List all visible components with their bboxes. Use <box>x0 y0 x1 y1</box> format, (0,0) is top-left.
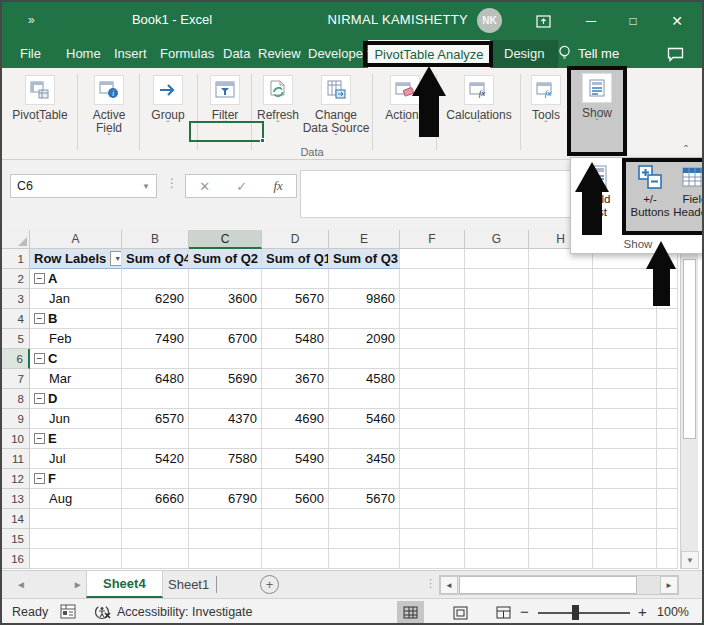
cell-F1[interactable] <box>400 249 465 269</box>
tools-button[interactable]: fx Tools ˇ <box>523 72 569 154</box>
vertical-scrollbar-thumb[interactable] <box>683 259 696 439</box>
cell-D11[interactable]: 5490 <box>262 449 329 469</box>
pivottable-button[interactable]: PivotTable ˇ <box>8 72 72 154</box>
cell-G15[interactable] <box>465 529 529 549</box>
cell-F15[interactable] <box>400 529 465 549</box>
cell-D5[interactable]: 5480 <box>262 329 329 349</box>
cell-E3[interactable]: 9860 <box>329 289 400 309</box>
collapse-minus-icon[interactable]: − <box>34 473 45 484</box>
cell-E4[interactable] <box>329 309 400 329</box>
row-header-13[interactable]: 13 <box>2 489 30 509</box>
cell-E7[interactable]: 4580 <box>329 369 400 389</box>
cell-A12[interactable]: −F <box>30 469 122 489</box>
cell-F3[interactable] <box>400 289 465 309</box>
cell-A8[interactable]: −D <box>30 389 122 409</box>
zoom-in-icon[interactable]: + <box>638 603 647 620</box>
cell-D3[interactable]: 5670 <box>262 289 329 309</box>
collapse-minus-icon[interactable]: − <box>34 313 45 324</box>
cell-A7[interactable]: Mar <box>30 369 122 389</box>
actions-button[interactable]: Actions ˇ <box>378 72 432 154</box>
cell-x8[interactable] <box>593 389 657 409</box>
cell-B4[interactable] <box>122 309 189 329</box>
cell-F14[interactable] <box>400 509 465 529</box>
close-button[interactable]: ✕ <box>666 10 688 32</box>
macro-record-icon[interactable] <box>60 604 76 619</box>
cell-x14[interactable] <box>657 509 678 529</box>
row-header-15[interactable]: 15 <box>2 529 30 549</box>
cell-x9[interactable] <box>657 409 678 429</box>
cell-B7[interactable]: 6480 <box>122 369 189 389</box>
field-headers-button[interactable]: Field Headers <box>673 162 704 219</box>
cell-E13[interactable]: 5670 <box>329 489 400 509</box>
cell-F2[interactable] <box>400 269 465 289</box>
tab-pivottable-analyze[interactable]: PivotTable Analyze <box>368 40 490 68</box>
cell-E5[interactable]: 2090 <box>329 329 400 349</box>
cell-C16[interactable] <box>189 549 262 569</box>
cell-F9[interactable] <box>400 409 465 429</box>
cell-x3[interactable] <box>593 289 657 309</box>
cancel-icon[interactable]: ✕ <box>199 179 210 194</box>
cell-C11[interactable]: 7580 <box>189 449 262 469</box>
normal-view-button[interactable] <box>397 601 424 624</box>
row-header-5[interactable]: 5 <box>2 329 30 349</box>
name-box-dropdown-icon[interactable]: ▼ <box>142 182 150 191</box>
cell-x8[interactable] <box>657 389 678 409</box>
cell-x10[interactable] <box>593 429 657 449</box>
cell-E11[interactable]: 3450 <box>329 449 400 469</box>
cell-G10[interactable] <box>465 429 529 449</box>
collapse-minus-icon[interactable]: − <box>34 353 45 364</box>
cell-C8[interactable] <box>189 389 262 409</box>
name-box[interactable]: C6 ▼ <box>10 174 157 198</box>
cell-D6[interactable] <box>262 349 329 369</box>
cell-H15[interactable] <box>529 529 593 549</box>
enter-icon[interactable]: ✓ <box>236 179 247 194</box>
cell-x9[interactable] <box>593 409 657 429</box>
row-header-10[interactable]: 10 <box>2 429 30 449</box>
cell-H2[interactable] <box>529 269 593 289</box>
avatar[interactable]: NK <box>477 8 502 33</box>
cell-E16[interactable] <box>329 549 400 569</box>
cell-F13[interactable] <box>400 489 465 509</box>
cell-A1[interactable]: Row Labels▼ <box>30 249 122 269</box>
cell-x11[interactable] <box>593 449 657 469</box>
cell-x12[interactable] <box>657 469 678 489</box>
cell-B6[interactable] <box>122 349 189 369</box>
select-all-corner[interactable] <box>2 230 30 249</box>
cell-A4[interactable]: −B <box>30 309 122 329</box>
cell-A6[interactable]: −C <box>30 349 122 369</box>
comments-icon[interactable] <box>667 47 684 62</box>
cell-x3[interactable] <box>657 289 678 309</box>
cell-F7[interactable] <box>400 369 465 389</box>
cell-H13[interactable] <box>529 489 593 509</box>
tab-data[interactable]: Data <box>223 46 250 61</box>
zoom-slider-track[interactable] <box>538 612 630 614</box>
cell-x7[interactable] <box>657 369 678 389</box>
maximize-button[interactable]: □ <box>622 10 644 32</box>
show-button[interactable]: Show ˇ <box>570 70 624 156</box>
cell-H3[interactable] <box>529 289 593 309</box>
cell-A11[interactable]: Jul <box>30 449 122 469</box>
cell-B13[interactable]: 6660 <box>122 489 189 509</box>
cell-A16[interactable] <box>30 549 122 569</box>
tab-design[interactable]: Design <box>504 46 544 61</box>
sheet-tab-sheet1[interactable]: Sheet1 <box>152 571 225 598</box>
cell-G12[interactable] <box>465 469 529 489</box>
collapse-ribbon-icon[interactable]: ˆ <box>684 144 688 158</box>
change-data-source-button[interactable]: Change Data Source ˇ <box>302 72 370 154</box>
insert-function-icon[interactable]: fx <box>273 178 282 194</box>
cell-E10[interactable] <box>329 429 400 449</box>
tab-developer[interactable]: Developer <box>308 46 367 61</box>
row-header-2[interactable]: 2 <box>2 269 30 289</box>
column-header-C[interactable]: C <box>189 230 262 249</box>
cell-D10[interactable] <box>262 429 329 449</box>
cell-B16[interactable] <box>122 549 189 569</box>
cell-D7[interactable]: 3670 <box>262 369 329 389</box>
filter-button[interactable]: Filter ˇ <box>201 72 249 154</box>
cell-x16[interactable] <box>593 549 657 569</box>
cell-C3[interactable]: 3600 <box>189 289 262 309</box>
cell-F5[interactable] <box>400 329 465 349</box>
cell-F12[interactable] <box>400 469 465 489</box>
row-labels-filter-icon[interactable]: ▼ <box>110 251 122 266</box>
cell-H14[interactable] <box>529 509 593 529</box>
cell-C2[interactable] <box>189 269 262 289</box>
